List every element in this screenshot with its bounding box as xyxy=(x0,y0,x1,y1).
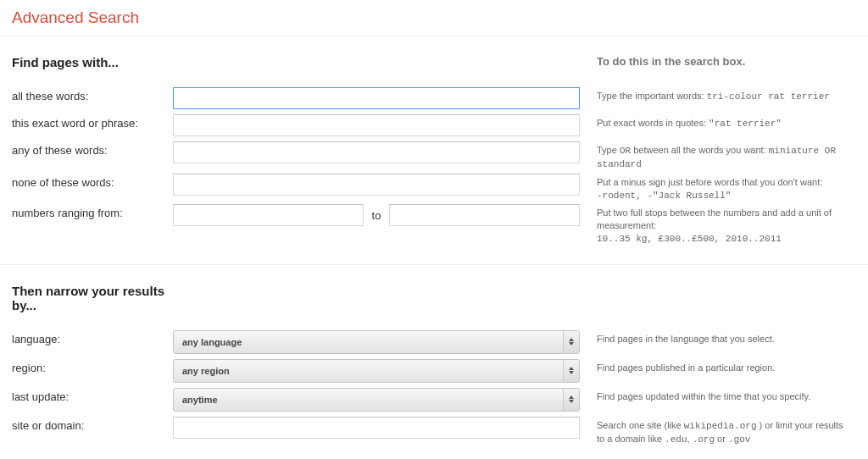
any-words-input[interactable] xyxy=(173,141,580,163)
all-words-input[interactable] xyxy=(173,87,580,109)
hint-none-words: Put a minus sign just before words that … xyxy=(597,171,851,202)
divider xyxy=(0,36,868,36)
hint-any-words: Type OR between all the words you want: … xyxy=(597,139,851,171)
region-select-value: any region xyxy=(182,366,230,376)
stepper-arrows-icon xyxy=(563,389,579,411)
hint-exact-phrase: Put exact words in quotes: "rat terrier" xyxy=(597,112,851,130)
hint-numbers-range: Put two full stops between the numbers a… xyxy=(597,202,851,246)
hint-last-update: Find pages updated within the time that … xyxy=(597,385,851,403)
last-update-select[interactable]: anytime xyxy=(173,388,580,412)
range-from-input[interactable] xyxy=(173,204,364,226)
language-select[interactable]: any language xyxy=(173,330,580,354)
numbers-range-wrap: to xyxy=(173,204,580,226)
range-to-input[interactable] xyxy=(389,204,580,226)
hint-language: Find pages in the language that you sele… xyxy=(597,328,851,346)
narrow-results-section: Then narrow your results by... language:… xyxy=(12,284,856,446)
advanced-search-page: Advanced Search Find pages with... To do… xyxy=(0,0,868,459)
site-domain-input[interactable] xyxy=(173,417,580,439)
label-language: language: xyxy=(12,328,173,351)
label-last-update: last update: xyxy=(12,385,173,408)
stepper-arrows-icon xyxy=(563,360,579,382)
exact-phrase-input[interactable] xyxy=(173,114,580,136)
label-none-words: none of these words: xyxy=(12,171,173,194)
page-title: Advanced Search xyxy=(12,7,856,36)
label-any-words: any of these words: xyxy=(12,139,173,162)
hint-heading: To do this in the search box. xyxy=(597,55,851,68)
stepper-arrows-icon xyxy=(563,331,579,353)
label-region: region: xyxy=(12,357,173,379)
language-select-value: any language xyxy=(182,337,242,347)
label-exact-phrase: this exact word or phrase: xyxy=(12,112,173,135)
section-heading-narrow: Then narrow your results by... xyxy=(12,284,173,312)
section-heading-find: Find pages with... xyxy=(12,55,173,69)
last-update-select-value: anytime xyxy=(182,395,218,405)
divider xyxy=(0,264,868,265)
hint-all-words: Type the important words: tri-colour rat… xyxy=(597,85,851,103)
label-numbers-range: numbers ranging from: xyxy=(12,202,173,224)
find-pages-with-section: Find pages with... To do this in the sea… xyxy=(12,55,856,246)
region-select[interactable]: any region xyxy=(173,359,580,383)
none-words-input[interactable] xyxy=(173,174,580,196)
hint-region: Find pages published in a particular reg… xyxy=(597,357,851,374)
label-all-words: all these words: xyxy=(12,85,173,108)
label-site-domain: site or domain: xyxy=(12,414,173,437)
range-to-label: to xyxy=(372,209,381,222)
hint-site-domain: Search one site (like wikipedia.org ) or… xyxy=(597,414,851,446)
